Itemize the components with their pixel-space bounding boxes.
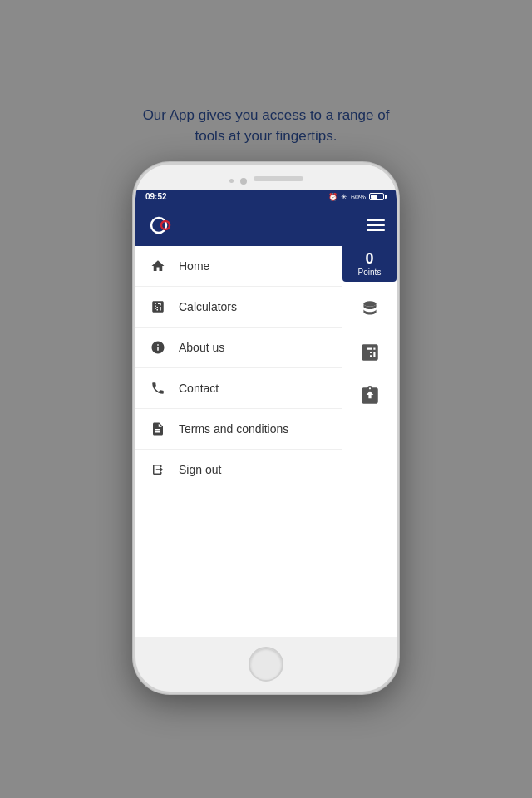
speaker	[254, 176, 303, 181]
status-bar: 09:52 ⏰ ✳ 60%	[135, 190, 397, 204]
nav-label-home: Home	[179, 259, 209, 273]
phone-bottom	[135, 637, 397, 692]
points-panel: 0 Points	[342, 246, 397, 637]
svg-point-2	[363, 301, 376, 307]
points-label: Points	[349, 268, 390, 277]
camera-dot	[240, 178, 247, 185]
status-icons: ⏰ ✳ 60%	[328, 193, 387, 201]
phone-top	[135, 165, 397, 190]
nav-drawer: Home Calculators	[135, 246, 342, 637]
clipboard-icon	[359, 385, 381, 411]
calculator-icon	[359, 342, 381, 368]
calculators-icon	[149, 298, 167, 316]
page-tagline: Our App gives you access to a range of t…	[143, 105, 390, 147]
nav-item-calculators[interactable]: Calculators	[135, 287, 342, 328]
battery-percent: 60%	[351, 193, 366, 201]
points-value: 0	[349, 251, 390, 266]
nav-label-contact: Contact	[179, 382, 219, 395]
signout-icon	[149, 461, 167, 479]
nav-label-about: About us	[179, 341, 224, 354]
hamburger-menu-button[interactable]	[367, 219, 385, 231]
terms-icon	[149, 420, 167, 438]
alarm-icon: ⏰	[328, 193, 337, 201]
status-time: 09:52	[145, 192, 167, 201]
contact-icon	[149, 379, 167, 397]
about-icon	[149, 338, 167, 357]
home-button[interactable]	[249, 647, 283, 682]
app-header	[135, 204, 397, 246]
nav-label-signout: Sign out	[179, 463, 221, 476]
bluetooth-icon: ✳	[341, 193, 347, 201]
points-badge: 0 Points	[342, 246, 397, 282]
svg-point-0	[151, 218, 166, 233]
sensor-dot	[229, 179, 234, 183]
home-icon	[149, 257, 167, 275]
app-content: Home Calculators	[135, 246, 397, 637]
nav-item-signout[interactable]: Sign out	[135, 450, 342, 490]
battery-indicator	[369, 193, 387, 200]
app-logo	[147, 211, 175, 239]
nav-item-contact[interactable]: Contact	[135, 368, 342, 409]
phone-screen: 09:52 ⏰ ✳ 60%	[135, 190, 397, 637]
nav-item-home[interactable]: Home	[135, 246, 342, 287]
nav-label-calculators: Calculators	[179, 300, 237, 313]
right-icons	[359, 290, 381, 411]
phone-shell: 09:52 ⏰ ✳ 60%	[133, 162, 399, 694]
coins-icon	[359, 298, 381, 325]
nav-label-terms: Terms and conditions	[179, 422, 288, 436]
nav-item-terms[interactable]: Terms and conditions	[135, 409, 342, 450]
nav-item-about[interactable]: About us	[135, 328, 342, 368]
